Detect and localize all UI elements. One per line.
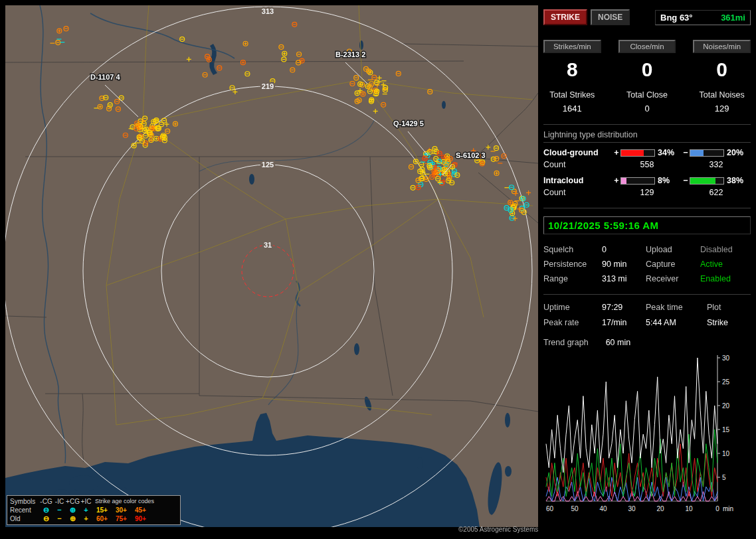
svg-text:25: 25	[722, 378, 730, 386]
persistence-label: Persistence	[543, 260, 602, 269]
section-divider	[543, 208, 751, 208]
total-close-label: Total Close	[618, 90, 676, 100]
count-label: Count	[543, 160, 613, 169]
ic-plus-count: 129	[613, 188, 682, 197]
svg-text:10: 10	[685, 505, 693, 512]
svg-text:D-1107 4: D-1107 4	[90, 73, 121, 81]
svg-text:20: 20	[722, 402, 730, 410]
ic-minus-percent: 38%	[724, 176, 751, 185]
close-per-min-value: 0	[618, 58, 676, 81]
ic-minus-count: 622	[682, 188, 751, 197]
squelch-label: Squelch	[543, 245, 602, 254]
cloud-ground-label: Cloud-ground	[543, 148, 613, 157]
distribution-title: Lightning type distribution	[543, 125, 751, 143]
trend-graph: 302520151056050403020100min	[543, 351, 751, 525]
plus-sign: +	[613, 176, 620, 185]
legend-symbol: −	[53, 506, 66, 514]
legend-type-header: -IC	[53, 497, 66, 506]
svg-text:0: 0	[715, 505, 719, 512]
close-column: Close/min 0 Total Close 0	[618, 40, 676, 114]
noise-button[interactable]: NOISE	[591, 9, 630, 25]
svg-text:219: 219	[262, 82, 274, 90]
cg-plus-bar	[620, 149, 655, 157]
total-noises-value: 129	[693, 104, 751, 114]
trend-graph-canvas: 302520151056050403020100min	[543, 351, 751, 522]
svg-text:125: 125	[262, 161, 274, 169]
cg-minus-bar	[690, 149, 724, 157]
svg-text:30: 30	[628, 505, 636, 512]
cloud-ground-counts: Count 558 332	[543, 160, 751, 169]
trend-graph-label: Trend graph	[543, 338, 589, 347]
cg-minus-count: 332	[682, 160, 751, 169]
close-per-min-button[interactable]: Close/min	[618, 40, 676, 53]
plot-label: Plot	[707, 303, 751, 312]
section-divider	[543, 294, 751, 295]
squelch-value: 0	[602, 245, 646, 254]
strikes-per-min-button[interactable]: Strikes/min	[543, 40, 601, 53]
receiver-status: Enabled	[700, 274, 751, 283]
noises-column: Noises/min 0 Total Noises 129	[693, 40, 751, 114]
plus-sign: +	[613, 148, 620, 157]
legend-age-title: Strike age color codes	[92, 497, 177, 506]
ic-plus-percent: 8%	[655, 176, 682, 185]
total-strikes-value: 1641	[543, 104, 601, 114]
capture-status: Active	[700, 260, 751, 269]
svg-text:S-6102 3: S-6102 3	[456, 151, 486, 159]
datetime-display: 10/21/2025 5:59:16 AM	[543, 216, 751, 234]
trend-header: Trend graph 60 min	[543, 338, 751, 347]
legend-symbol: ⊕	[66, 514, 80, 523]
legend-symbol: −	[53, 514, 66, 523]
cg-plus-count: 558	[613, 160, 682, 169]
ic-plus-bar	[620, 177, 655, 185]
intracloud-row: Intracloud + 8% − 38%	[543, 176, 751, 185]
uptime-label: Uptime	[543, 303, 602, 312]
svg-text:60: 60	[546, 505, 554, 512]
upload-status: Disabled	[700, 245, 751, 254]
peak-rate-value: 17/min	[602, 318, 646, 327]
svg-text:15: 15	[722, 426, 730, 433]
legend-symbol: ⊕	[66, 506, 80, 514]
strikes-column: Strikes/min 8 Total Strikes 1641	[543, 40, 601, 114]
svg-text:30: 30	[722, 354, 730, 362]
rate-summary: Strikes/min 8 Total Strikes 1641 Close/m…	[543, 40, 751, 114]
ic-minus-bar	[690, 177, 724, 185]
svg-text:B-2313 2: B-2313 2	[335, 50, 365, 58]
legend-symbol: +	[80, 514, 92, 523]
legend-age-values: 15+30+45+	[92, 506, 177, 514]
range-label: Range	[543, 274, 602, 283]
intracloud-counts: Count 129 622	[543, 188, 751, 197]
persistence-value: 90 min	[602, 260, 646, 269]
map-canvas[interactable]: D-1107 4B-2313 2Q-1429 5S-6102 3 3132191…	[5, 5, 538, 527]
legend-type-header: +CG	[66, 497, 80, 506]
noises-per-min-button[interactable]: Noises/min	[693, 40, 751, 53]
intracloud-label: Intracloud	[543, 176, 613, 185]
lightning-map[interactable]: D-1107 4B-2313 2Q-1429 5S-6102 3 3132191…	[5, 5, 538, 527]
bearing-readout: Bng 63° 361mi	[655, 10, 751, 25]
minus-sign: −	[682, 148, 690, 157]
svg-text:50: 50	[571, 505, 579, 512]
settings-grid: Squelch 0 Upload Disabled Persistence 90…	[543, 245, 751, 283]
bearing-distance: 361mi	[721, 13, 745, 23]
total-close-value: 0	[618, 104, 676, 114]
total-strikes-label: Total Strikes	[543, 90, 601, 100]
strikes-per-min-value: 8	[543, 58, 601, 81]
legend-symbols-title: Symbols	[10, 497, 39, 506]
legend-type-header: +IC	[80, 497, 92, 506]
trend-duration-value: 60 min	[606, 338, 631, 347]
svg-text:5: 5	[722, 474, 726, 481]
svg-text:10: 10	[722, 450, 730, 457]
status-panel: STRIKE NOISE Bng 63° 361mi Strikes/min 8…	[543, 4, 751, 535]
legend-type-header: -CG	[39, 497, 53, 506]
svg-text:31: 31	[264, 241, 272, 249]
capture-label: Capture	[646, 260, 700, 269]
copyright-text: ©2005 Astrogenic Systems	[458, 526, 538, 533]
svg-text:313: 313	[262, 7, 274, 15]
performance-grid: Uptime 97:29 Peak time Plot Peak rate 17…	[543, 303, 751, 327]
map-legend: Symbols-CG-IC+CG+ICStrike age color code…	[7, 495, 181, 525]
total-noises-label: Total Noises	[693, 90, 751, 100]
upload-label: Upload	[646, 245, 700, 254]
uptime-value: 97:29	[602, 303, 646, 312]
strike-button[interactable]: STRIKE	[543, 9, 587, 25]
legend-row-label: Recent	[10, 506, 39, 514]
bearing-value: Bng 63°	[660, 13, 693, 23]
